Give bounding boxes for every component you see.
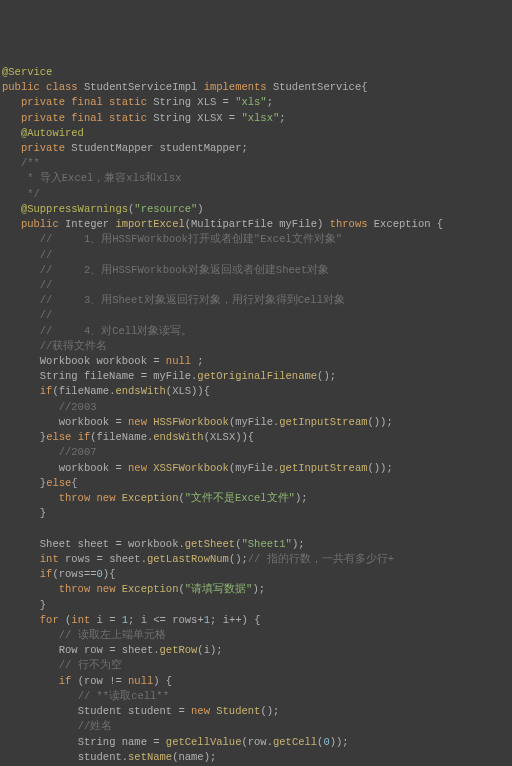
code-token bbox=[2, 705, 78, 717]
code-token bbox=[2, 522, 8, 534]
code-token: StudentMapper studentMapper; bbox=[71, 142, 247, 154]
code-token: // bbox=[2, 279, 52, 291]
code-token: //2003 bbox=[59, 401, 97, 413]
code-token bbox=[2, 553, 40, 565]
code-token: Integer bbox=[65, 218, 115, 230]
code-token: "resource" bbox=[134, 203, 197, 215]
code-line: }else{ bbox=[2, 476, 510, 491]
code-token bbox=[2, 629, 59, 641]
code-token: "请填写数据" bbox=[185, 583, 253, 595]
code-token: // 4、对Cell对象读写。 bbox=[40, 325, 193, 337]
code-line: String name = getCellValue(row.getCell(0… bbox=[2, 735, 510, 750]
code-token: //姓名 bbox=[78, 720, 113, 732]
code-line: // 3、用Sheet对象返回行对象，用行对象得到Cell对象 bbox=[2, 293, 510, 308]
code-token bbox=[2, 431, 40, 443]
code-line: int rows = sheet.getLastRowNum();// 指的行数… bbox=[2, 552, 510, 567]
code-token bbox=[2, 264, 40, 276]
code-token bbox=[2, 644, 59, 656]
code-token: importExcel bbox=[115, 218, 184, 230]
code-token: Workbook workbook = bbox=[40, 355, 166, 367]
code-line: // 4、对Cell对象读写。 bbox=[2, 324, 510, 339]
code-line: workbook = new HSSFWorkbook(myFile.getIn… bbox=[2, 415, 510, 430]
code-token: (i); bbox=[197, 644, 222, 656]
code-block: @Servicepublic class StudentServiceImpl … bbox=[2, 65, 510, 766]
code-token bbox=[2, 203, 21, 215]
code-line: */ bbox=[2, 187, 510, 202]
code-line: //2007 bbox=[2, 445, 510, 460]
code-line: public Integer importExcel(MultipartFile… bbox=[2, 217, 510, 232]
code-token bbox=[2, 614, 40, 626]
code-line: public class StudentServiceImpl implemen… bbox=[2, 80, 510, 95]
code-line: @Service bbox=[2, 65, 510, 80]
code-token bbox=[2, 690, 78, 702]
code-line: // bbox=[2, 308, 510, 323]
code-token: /** bbox=[21, 157, 40, 169]
code-token: (MultipartFile myFile) bbox=[185, 218, 330, 230]
code-token: // 读取左上端单元格 bbox=[59, 629, 166, 641]
code-token: Sheet sheet = workbook. bbox=[40, 538, 185, 550]
code-token: //2007 bbox=[59, 446, 97, 458]
code-token: String fileName = myFile. bbox=[40, 370, 198, 382]
code-token: StudentServiceImpl bbox=[84, 81, 204, 93]
code-line: throw new Exception("文件不是Excel文件"); bbox=[2, 491, 510, 506]
code-token: @Autowired bbox=[21, 127, 84, 139]
code-token: rows = sheet. bbox=[65, 553, 147, 565]
code-token: */ bbox=[27, 188, 40, 200]
code-token bbox=[2, 675, 59, 687]
code-token: String XLSX = bbox=[153, 112, 241, 124]
code-token: "xlsx" bbox=[241, 112, 279, 124]
code-token: (rows== bbox=[52, 568, 96, 580]
code-token: getLastRowNum bbox=[147, 553, 229, 565]
code-token: else if bbox=[46, 431, 90, 443]
code-token: StudentService{ bbox=[273, 81, 368, 93]
code-token: @SuppressWarnings bbox=[21, 203, 128, 215]
code-token: (XLSX)){ bbox=[204, 431, 254, 443]
code-token bbox=[2, 416, 59, 428]
code-token: XSSFWorkbook bbox=[153, 462, 229, 474]
code-token: ()); bbox=[368, 462, 393, 474]
code-token bbox=[2, 172, 27, 184]
code-line: @Autowired bbox=[2, 126, 510, 141]
code-token: (row. bbox=[241, 736, 273, 748]
code-token: String XLS = bbox=[153, 96, 235, 108]
code-token: getCell bbox=[273, 736, 317, 748]
code-line: // **读取cell** bbox=[2, 689, 510, 704]
code-token bbox=[2, 538, 40, 550]
code-line: //获得文件名 bbox=[2, 339, 510, 354]
code-token: ; i <= rows+ bbox=[128, 614, 204, 626]
code-token: new bbox=[191, 705, 216, 717]
code-token: (fileName. bbox=[52, 385, 115, 397]
code-token bbox=[2, 294, 40, 306]
code-line: // bbox=[2, 278, 510, 293]
code-token: else bbox=[46, 477, 71, 489]
code-token: // bbox=[2, 309, 52, 321]
code-token bbox=[2, 401, 59, 413]
code-token: ); bbox=[292, 538, 305, 550]
code-token: Exception bbox=[122, 492, 179, 504]
code-token: throw new bbox=[59, 492, 122, 504]
code-token: int bbox=[71, 614, 96, 626]
code-token: (fileName. bbox=[90, 431, 153, 443]
code-token bbox=[2, 96, 21, 108]
code-token: getRow bbox=[160, 644, 198, 656]
code-line: private final static String XLSX = "xlsx… bbox=[2, 111, 510, 126]
code-token: (row != bbox=[78, 675, 128, 687]
code-line: /** bbox=[2, 156, 510, 171]
code-token: workbook = bbox=[59, 462, 128, 474]
code-token bbox=[2, 736, 78, 748]
code-token: getOriginalFilename bbox=[197, 370, 317, 382]
code-token bbox=[2, 446, 59, 458]
code-token: new bbox=[128, 416, 153, 428]
code-token: (); bbox=[260, 705, 279, 717]
code-token bbox=[2, 568, 40, 580]
code-token: ){ bbox=[103, 568, 116, 580]
code-line: // 行不为空 bbox=[2, 658, 510, 673]
code-token bbox=[2, 127, 21, 139]
code-line: Student student = new Student(); bbox=[2, 704, 510, 719]
code-line: Sheet sheet = workbook.getSheet("Sheet1"… bbox=[2, 537, 510, 552]
code-token: implements bbox=[204, 81, 273, 93]
code-token bbox=[2, 355, 40, 367]
code-token: { bbox=[71, 477, 77, 489]
code-token: setName bbox=[128, 751, 172, 763]
code-token: } bbox=[40, 507, 46, 519]
